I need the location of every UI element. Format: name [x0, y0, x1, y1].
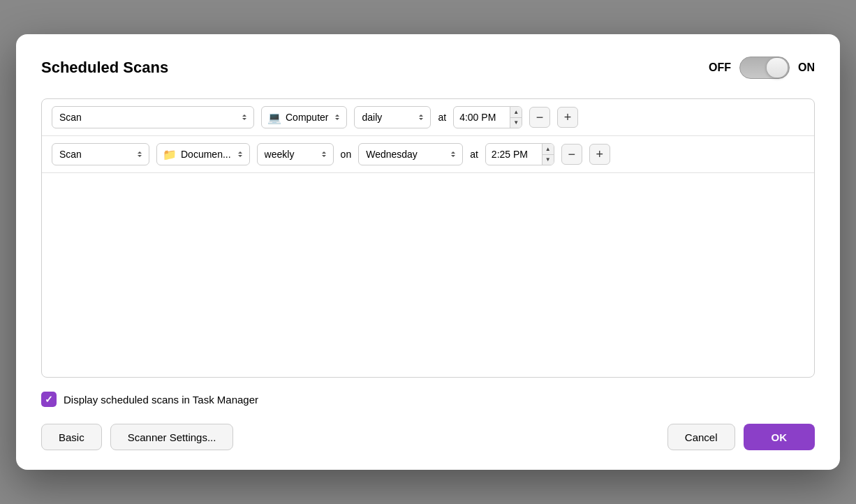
toggle-knob: [767, 58, 788, 77]
row1-time-down[interactable]: ▼: [510, 118, 522, 128]
row2-day-select[interactable]: Wednesday: [358, 143, 463, 165]
row2-add-btn[interactable]: +: [589, 144, 610, 165]
row2-time-input[interactable]: ▲ ▼: [485, 143, 554, 165]
row1-at-label: at: [438, 112, 446, 123]
scheduled-scans-dialog: Scheduled Scans OFF ON Scan 💻 Computer d…: [16, 34, 840, 470]
row2-frequency-select[interactable]: weekly: [257, 143, 334, 165]
checkbox-checkmark: ✓: [45, 394, 53, 405]
toggle-area: OFF ON: [709, 57, 815, 79]
row1-location-text: Computer: [286, 112, 328, 123]
toggle-off-label: OFF: [709, 61, 731, 74]
row2-time-stepper: ▲ ▼: [542, 144, 554, 165]
row2-documents-icon: 📁: [163, 148, 177, 161]
row1-frequency-select[interactable]: daily: [354, 106, 431, 128]
schedule-row-2: Scan 📁 Documen... weekly on Wednesday at…: [42, 136, 814, 173]
ok-button[interactable]: OK: [744, 424, 816, 450]
row1-location-select[interactable]: 💻 Computer: [261, 106, 347, 128]
row2-on-label: on: [341, 149, 352, 160]
schedule-row-1: Scan 💻 Computer daily at ▲ ▼ − +: [42, 99, 814, 136]
row1-scan-select[interactable]: Scan: [52, 106, 254, 128]
footer-buttons: Basic Scanner Settings... Cancel OK: [41, 424, 815, 450]
row1-remove-btn[interactable]: −: [529, 107, 550, 128]
row1-time-stepper: ▲ ▼: [510, 107, 522, 128]
row1-time-field[interactable]: [454, 107, 510, 128]
row1-add-btn[interactable]: +: [557, 107, 578, 128]
row1-computer-icon: 💻: [267, 111, 281, 124]
row2-at-label: at: [470, 149, 478, 160]
cancel-button[interactable]: Cancel: [667, 424, 735, 450]
basic-button[interactable]: Basic: [41, 424, 102, 450]
row1-time-up[interactable]: ▲: [510, 107, 522, 118]
task-manager-checkbox[interactable]: ✓: [41, 392, 57, 407]
schedule-table: Scan 💻 Computer daily at ▲ ▼ − +: [41, 98, 815, 378]
empty-schedule-area: [42, 173, 814, 369]
dialog-header: Scheduled Scans OFF ON: [41, 57, 815, 79]
row1-time-input[interactable]: ▲ ▼: [453, 106, 522, 128]
scheduled-scans-toggle[interactable]: [739, 57, 790, 79]
row2-time-down[interactable]: ▼: [543, 155, 554, 165]
row2-time-field[interactable]: [486, 144, 542, 165]
toggle-on-label: ON: [798, 61, 815, 74]
row2-location-text: Documen...: [181, 149, 231, 160]
scanner-settings-button[interactable]: Scanner Settings...: [110, 424, 234, 450]
checkbox-label: Display scheduled scans in Task Manager: [64, 394, 258, 406]
row2-location-select[interactable]: 📁 Documen...: [156, 143, 250, 165]
checkbox-area: ✓ Display scheduled scans in Task Manage…: [41, 392, 815, 407]
row2-scan-select[interactable]: Scan: [52, 143, 149, 165]
dialog-title: Scheduled Scans: [41, 59, 168, 77]
row2-remove-btn[interactable]: −: [561, 144, 582, 165]
row2-time-up[interactable]: ▲: [543, 144, 554, 155]
